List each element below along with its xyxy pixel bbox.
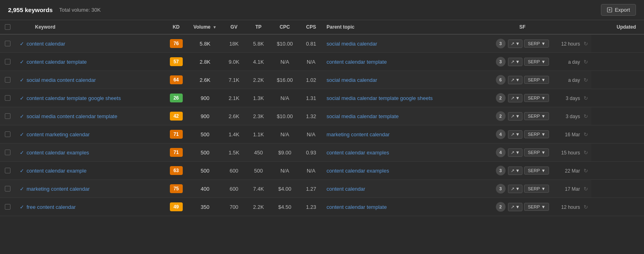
parent-topic-link[interactable]: content calendar examples: [326, 168, 389, 174]
col-header-cps[interactable]: CPS: [299, 20, 323, 34]
refresh-icon[interactable]: ↻: [584, 204, 588, 210]
trend-dropdown-icon: ▼: [516, 77, 520, 82]
trend-button[interactable]: ↗ ▼: [508, 40, 523, 48]
sf-badge: 6: [496, 75, 506, 85]
keyword-link[interactable]: content calendar example: [27, 168, 87, 174]
refresh-icon[interactable]: ↻: [584, 77, 588, 83]
tp-cell: 450: [246, 144, 271, 162]
trend-button[interactable]: ↗ ▼: [508, 94, 523, 102]
serp-button[interactable]: SERP ▼: [524, 58, 549, 66]
col-header-parent[interactable]: Parent topic: [323, 20, 490, 34]
serp-button[interactable]: SERP ▼: [524, 40, 549, 48]
row-checkbox[interactable]: [5, 41, 10, 46]
keyword-link[interactable]: social media content calendar template: [27, 113, 117, 119]
table-row: ✓ content marketing calendar 71 500 1.4K…: [0, 125, 644, 144]
col-header-tp[interactable]: TP: [246, 20, 271, 34]
parent-topic-link[interactable]: social media calendar template: [326, 113, 398, 119]
parent-topic-link[interactable]: social media calendar: [326, 41, 377, 47]
trend-button[interactable]: ↗ ▼: [508, 112, 523, 121]
parent-topic-link[interactable]: content calendar: [326, 186, 365, 192]
table-row: ✓ content calendar examples 71 500 1.5K …: [0, 144, 644, 162]
serp-button[interactable]: SERP ▼: [524, 130, 549, 138]
col-header-cpc[interactable]: CPC: [271, 20, 299, 34]
trend-button[interactable]: ↗ ▼: [508, 185, 523, 193]
parent-topic-link[interactable]: marketing content calendar: [326, 131, 390, 137]
parent-topic-cell: marketing content calendar: [323, 125, 490, 144]
keyword-link[interactable]: content calendar examples: [27, 150, 89, 156]
trend-dropdown-icon: ▼: [516, 132, 520, 137]
select-all-checkbox[interactable]: [5, 24, 10, 30]
trend-button[interactable]: ↗ ▼: [508, 76, 523, 84]
sf-badge: 3: [496, 57, 506, 67]
row-checkbox[interactable]: [5, 204, 10, 210]
trend-button[interactable]: ↗ ▼: [508, 148, 523, 157]
cpc-cell: $4.50: [271, 198, 299, 216]
parent-topic-cell: content calendar examples: [323, 162, 490, 180]
row-checkbox[interactable]: [5, 77, 10, 83]
updated-cell: a day ↻: [555, 71, 591, 89]
col-header-updated[interactable]: Updated: [591, 20, 644, 34]
row-checkmark: ✓: [20, 95, 24, 101]
serp-button[interactable]: SERP ▼: [524, 203, 549, 211]
row-checkbox[interactable]: [5, 59, 10, 65]
refresh-icon[interactable]: ↻: [584, 113, 588, 119]
keyword-link[interactable]: content calendar template: [27, 59, 87, 65]
sf-badge: 2: [496, 111, 506, 121]
trend-button[interactable]: ↗ ▼: [508, 130, 523, 139]
refresh-icon[interactable]: ↻: [584, 59, 588, 65]
serp-button[interactable]: SERP ▼: [524, 185, 549, 193]
keyword-link[interactable]: free content calendar: [27, 204, 76, 210]
kd-badge: 76: [170, 39, 183, 48]
trend-button[interactable]: ↗ ▼: [508, 167, 523, 175]
parent-topic-cell: social media calendar template: [323, 107, 490, 125]
parent-topic-link[interactable]: social media calendar: [326, 77, 377, 83]
serp-dropdown-icon: ▼: [541, 77, 545, 82]
row-checkbox[interactable]: [5, 131, 10, 137]
row-checkbox[interactable]: [5, 150, 10, 155]
serp-button[interactable]: SERP ▼: [524, 167, 549, 175]
trend-icon: ↗: [511, 150, 514, 155]
table-row: ✓ marketing content calendar 75 400 600 …: [0, 180, 644, 198]
keyword-link[interactable]: content marketing calendar: [27, 131, 90, 137]
keyword-link[interactable]: marketing content calendar: [27, 186, 90, 192]
table-header: Keyword KD Volume ▼ GV TP CPC CPS Parent…: [0, 20, 644, 34]
trend-button[interactable]: ↗ ▼: [508, 203, 523, 211]
parent-topic-link[interactable]: content calendar template: [326, 204, 387, 210]
refresh-icon[interactable]: ↻: [584, 150, 588, 156]
col-header-sf[interactable]: SF: [490, 20, 555, 34]
row-checkbox[interactable]: [5, 95, 10, 101]
refresh-icon[interactable]: ↻: [584, 41, 588, 47]
refresh-icon[interactable]: ↻: [584, 186, 588, 192]
kd-badge: 63: [170, 166, 183, 175]
row-checkbox[interactable]: [5, 168, 10, 173]
parent-topic-link[interactable]: content calendar template: [326, 59, 387, 65]
keyword-link[interactable]: social media content calendar: [27, 77, 96, 83]
refresh-icon[interactable]: ↻: [584, 131, 588, 137]
refresh-icon[interactable]: ↻: [584, 168, 588, 174]
serp-label: SERP: [528, 114, 540, 119]
updated-cell: 16 Mar ↻: [555, 125, 591, 144]
parent-topic-link[interactable]: social media calendar template google sh…: [326, 95, 433, 101]
keyword-link[interactable]: content calendar: [27, 41, 65, 47]
col-header-volume[interactable]: Volume ▼: [188, 20, 222, 34]
col-header-kd[interactable]: KD: [164, 20, 188, 34]
serp-button[interactable]: SERP ▼: [524, 94, 549, 102]
serp-button[interactable]: SERP ▼: [524, 76, 549, 84]
serp-button[interactable]: SERP ▼: [524, 112, 549, 120]
parent-topic-link[interactable]: content calendar examples: [326, 150, 389, 156]
serp-label: SERP: [528, 132, 540, 137]
volume-cell: 400: [188, 180, 222, 198]
volume-cell: 900: [188, 89, 222, 107]
cps-cell: 0.81: [299, 34, 323, 53]
serp-dropdown-icon: ▼: [541, 41, 545, 46]
keyword-link[interactable]: content calendar template google sheets: [27, 95, 121, 101]
trend-button[interactable]: ↗ ▼: [508, 58, 523, 66]
row-checkbox[interactable]: [5, 186, 10, 192]
export-button[interactable]: Export: [601, 4, 636, 16]
row-checkbox[interactable]: [5, 113, 10, 119]
refresh-icon[interactable]: ↻: [584, 95, 588, 101]
kd-badge: 75: [170, 184, 183, 193]
serp-button[interactable]: SERP ▼: [524, 148, 549, 156]
serp-label: SERP: [528, 59, 540, 64]
col-header-gv[interactable]: GV: [222, 20, 246, 34]
